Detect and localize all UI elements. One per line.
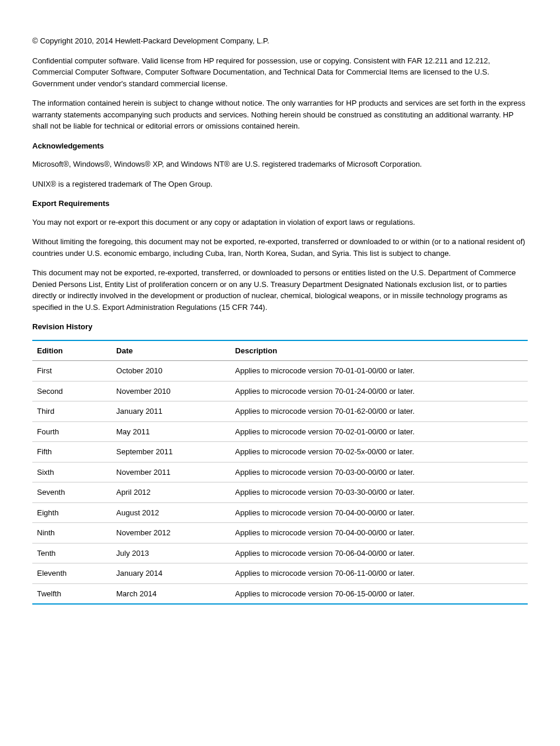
table-cell-desc: Applies to microcode version 70-04-00-00… [231,523,528,544]
revision-history-heading: Revision History [32,321,528,333]
table-row: FirstOctober 2010Applies to microcode ve… [32,361,528,382]
table-cell-desc: Applies to microcode version 70-06-11-00… [231,563,528,584]
table-row: SecondNovember 2010Applies to microcode … [32,381,528,401]
table-cell-date: August 2012 [112,502,231,523]
table-cell-desc: Applies to microcode version 70-03-30-00… [231,482,528,503]
table-cell-desc: Applies to microcode version 70-02-01-00… [231,421,528,442]
table-cell-edition: Fifth [32,442,112,463]
table-row: FifthSeptember 2011Applies to microcode … [32,442,528,463]
table-row: TenthJuly 2013Applies to microcode versi… [32,543,528,563]
table-row: NinthNovember 2012Applies to microcode v… [32,523,528,544]
table-cell-desc: Applies to microcode version 70-03-00-00… [231,462,528,482]
table-cell-date: April 2012 [112,482,231,503]
column-header-date: Date [112,340,231,361]
table-row: FourthMay 2011Applies to microcode versi… [32,421,528,442]
table-cell-edition: Eighth [32,502,112,523]
table-cell-edition: Second [32,381,112,401]
legal-paragraph: Confidential computer software. Valid li… [32,55,528,90]
acknowledgements-heading: Acknowledgements [32,140,528,152]
table-cell-date: July 2013 [112,543,231,563]
table-cell-edition: Ninth [32,523,112,544]
export-text: You may not export or re-export this doc… [32,217,528,228]
table-cell-desc: Applies to microcode version 70-06-15-00… [231,583,528,604]
copyright-line: © Copyright 2010, 2014 Hewlett-Packard D… [32,35,528,47]
table-cell-date: January 2014 [112,563,231,584]
legal-paragraph: The information contained herein is subj… [32,97,528,132]
column-header-description: Description [231,340,528,361]
table-row: TwelfthMarch 2014Applies to microcode ve… [32,583,528,604]
table-cell-desc: Applies to microcode version 70-04-00-00… [231,502,528,523]
table-cell-edition: Fourth [32,421,112,442]
table-cell-edition: Twelfth [32,583,112,604]
table-cell-desc: Applies to microcode version 70-01-62-00… [231,401,528,422]
table-cell-edition: Third [32,401,112,422]
acknowledgements-text: Microsoft®, Windows®, Windows® XP, and W… [32,158,528,170]
table-cell-desc: Applies to microcode version 70-01-01-00… [231,361,528,382]
table-cell-edition: Sixth [32,462,112,482]
table-cell-edition: First [32,361,112,382]
table-cell-desc: Applies to microcode version 70-01-24-00… [231,381,528,401]
column-header-edition: Edition [32,340,112,361]
acknowledgements-text: UNIX® is a registered trademark of The O… [32,178,528,190]
table-cell-date: September 2011 [112,442,231,463]
table-cell-edition: Eleventh [32,563,112,584]
table-cell-date: May 2011 [112,421,231,442]
table-row: SixthNovember 2011Applies to microcode v… [32,462,528,482]
table-cell-desc: Applies to microcode version 70-02-5x-00… [231,442,528,463]
table-row: EighthAugust 2012Applies to microcode ve… [32,502,528,523]
export-requirements-heading: Export Requirements [32,198,528,210]
revision-history-table: Edition Date Description FirstOctober 20… [32,340,528,605]
table-cell-date: January 2011 [112,401,231,422]
table-cell-date: November 2011 [112,462,231,482]
table-row: ThirdJanuary 2011Applies to microcode ve… [32,401,528,422]
table-cell-date: October 2010 [112,361,231,382]
table-cell-edition: Seventh [32,482,112,503]
table-cell-date: November 2010 [112,381,231,401]
table-row: EleventhJanuary 2014Applies to microcode… [32,563,528,584]
table-cell-edition: Tenth [32,543,112,563]
export-text: Without limiting the foregoing, this doc… [32,236,528,259]
table-cell-desc: Applies to microcode version 70-06-04-00… [231,543,528,563]
table-cell-date: March 2014 [112,583,231,604]
table-cell-date: November 2012 [112,523,231,544]
table-row: SeventhApril 2012Applies to microcode ve… [32,482,528,503]
export-text: This document may not be exported, re-ex… [32,267,528,313]
table-header-row: Edition Date Description [32,340,528,361]
